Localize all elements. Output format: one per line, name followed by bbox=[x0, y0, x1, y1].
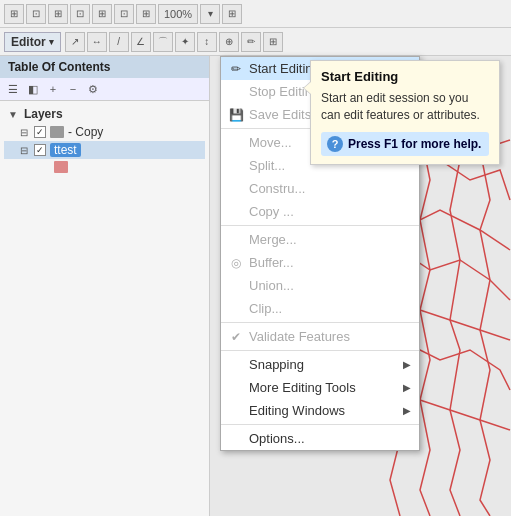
item1-expand-icon: ⊟ bbox=[20, 127, 28, 138]
toc-icon-list[interactable]: ☰ bbox=[4, 80, 22, 98]
snapping-arrow-icon: ▶ bbox=[403, 359, 411, 370]
editor-tool-5[interactable]: ⌒ bbox=[153, 32, 173, 52]
editor-toolbar-icons: ↗ ↔ / ∠ ⌒ ✦ ↕ ⊕ ✏ ⊞ bbox=[65, 32, 507, 52]
menu-item-editing-windows-label: Editing Windows bbox=[249, 403, 345, 418]
toolbar-icon-5[interactable]: ⊞ bbox=[92, 4, 112, 24]
buffer-icon: ◎ bbox=[227, 254, 245, 272]
toolbar-icon-8[interactable]: ▾ bbox=[200, 4, 220, 24]
tooltip-title: Start Editing bbox=[321, 69, 489, 84]
toolbar-icon-2[interactable]: ⊡ bbox=[26, 4, 46, 24]
editor-button-label: Editor bbox=[11, 35, 46, 49]
menu-item-more-editing-tools[interactable]: More Editing Tools ▶ bbox=[221, 376, 419, 399]
editor-chevron-icon: ▾ bbox=[49, 37, 54, 47]
menu-item-construct: Constru... bbox=[221, 177, 419, 200]
separator-4 bbox=[221, 350, 419, 351]
toolbar-icon-9[interactable]: ⊞ bbox=[222, 4, 242, 24]
toc-section: ▼ Layers ⊟ ✓ - Copy ⊟ ✓ ttest bbox=[0, 101, 209, 177]
toc-icon-props[interactable]: ⚙ bbox=[84, 80, 102, 98]
toc-item-1[interactable]: ⊟ ✓ - Copy bbox=[4, 123, 205, 141]
item1-symbol bbox=[50, 126, 64, 138]
menu-item-split-label: Split... bbox=[249, 158, 285, 173]
editor-tool-8[interactable]: ⊕ bbox=[219, 32, 239, 52]
menu-item-merge: Merge... bbox=[221, 228, 419, 251]
item2-expand-icon: ⊟ bbox=[20, 145, 28, 156]
editor-tool-4[interactable]: ∠ bbox=[131, 32, 151, 52]
menu-item-more-editing-tools-label: More Editing Tools bbox=[249, 380, 356, 395]
toc-item-2[interactable]: ⊟ ✓ ttest bbox=[4, 141, 205, 159]
toc-title: Table Of Contents bbox=[0, 56, 209, 78]
editor-tool-10[interactable]: ⊞ bbox=[263, 32, 283, 52]
menu-item-union: Union... bbox=[221, 274, 419, 297]
item1-checkbox[interactable]: ✓ bbox=[34, 126, 46, 138]
item1-label: - Copy bbox=[68, 125, 103, 139]
top-toolbar: ⊞ ⊡ ⊞ ⊡ ⊞ ⊡ ⊞ 100% ▾ ⊞ bbox=[0, 0, 511, 28]
toc-item-2-symbol bbox=[4, 159, 205, 175]
layers-label: Layers bbox=[24, 107, 63, 121]
separator-5 bbox=[221, 424, 419, 425]
toc-layers-group: ▼ Layers bbox=[4, 105, 205, 123]
menu-item-snapping[interactable]: Snapping ▶ bbox=[221, 353, 419, 376]
tooltip-box: Start Editing Start an edit session so y… bbox=[310, 60, 500, 165]
toc-icon-add[interactable]: + bbox=[44, 80, 62, 98]
toc-icon-remove[interactable]: − bbox=[64, 80, 82, 98]
start-editing-icon: ✏ bbox=[227, 60, 245, 78]
editor-toolbar: Editor ▾ ↗ ↔ / ∠ ⌒ ✦ ↕ ⊕ ✏ ⊞ bbox=[0, 28, 511, 56]
toc-icon-layers[interactable]: ◧ bbox=[24, 80, 42, 98]
save-edits-icon: 💾 bbox=[227, 106, 245, 124]
menu-item-merge-label: Merge... bbox=[249, 232, 297, 247]
menu-item-editing-windows[interactable]: Editing Windows ▶ bbox=[221, 399, 419, 422]
toolbar-icon-3[interactable]: ⊞ bbox=[48, 4, 68, 24]
menu-item-validate-label: Validate Features bbox=[249, 329, 350, 344]
toolbar-icon-6[interactable]: ⊡ bbox=[114, 4, 134, 24]
menu-item-validate: ✔ Validate Features bbox=[221, 325, 419, 348]
validate-icon: ✔ bbox=[227, 328, 245, 346]
tooltip-help-row: ? Press F1 for more help. bbox=[321, 132, 489, 156]
separator-3 bbox=[221, 322, 419, 323]
item2-checkbox[interactable]: ✓ bbox=[34, 144, 46, 156]
tooltip-help-text: Press F1 for more help. bbox=[348, 137, 481, 151]
editor-tool-1[interactable]: ↗ bbox=[65, 32, 85, 52]
toolbar-icon-4[interactable]: ⊡ bbox=[70, 4, 90, 24]
editor-dropdown-button[interactable]: Editor ▾ bbox=[4, 32, 61, 52]
menu-item-clip-label: Clip... bbox=[249, 301, 282, 316]
menu-item-copy-parallel-label: Copy ... bbox=[249, 204, 294, 219]
menu-item-construct-label: Constru... bbox=[249, 181, 305, 196]
top-toolbar-icons: ⊞ ⊡ ⊞ ⊡ ⊞ ⊡ ⊞ 100% ▾ ⊞ bbox=[4, 4, 507, 24]
toc-panel: Table Of Contents ☰ ◧ + − ⚙ ▼ Layers ⊟ ✓… bbox=[0, 56, 210, 516]
menu-item-buffer-label: Buffer... bbox=[249, 255, 294, 270]
toolbar-zoom-percent[interactable]: 100% bbox=[158, 4, 198, 24]
menu-item-options-label: Options... bbox=[249, 431, 305, 446]
menu-item-union-label: Union... bbox=[249, 278, 294, 293]
toc-toolbar: ☰ ◧ + − ⚙ bbox=[0, 78, 209, 101]
toolbar-icon-1[interactable]: ⊞ bbox=[4, 4, 24, 24]
menu-item-save-edits-label: Save Edits bbox=[249, 107, 311, 122]
editing-windows-arrow-icon: ▶ bbox=[403, 405, 411, 416]
item2-symbol bbox=[54, 161, 68, 173]
editor-tool-7[interactable]: ↕ bbox=[197, 32, 217, 52]
menu-item-options[interactable]: Options... bbox=[221, 427, 419, 450]
editor-tool-2[interactable]: ↔ bbox=[87, 32, 107, 52]
editor-tool-9[interactable]: ✏ bbox=[241, 32, 261, 52]
more-editing-tools-arrow-icon: ▶ bbox=[403, 382, 411, 393]
menu-item-move-label: Move... bbox=[249, 135, 292, 150]
menu-item-snapping-label: Snapping bbox=[249, 357, 304, 372]
editor-tool-3[interactable]: / bbox=[109, 32, 129, 52]
menu-item-clip: Clip... bbox=[221, 297, 419, 320]
help-icon: ? bbox=[327, 136, 343, 152]
separator-2 bbox=[221, 225, 419, 226]
menu-item-copy-parallel: Copy ... bbox=[221, 200, 419, 223]
item2-label: ttest bbox=[50, 143, 81, 157]
menu-item-buffer: ◎ Buffer... bbox=[221, 251, 419, 274]
toolbar-icon-7[interactable]: ⊞ bbox=[136, 4, 156, 24]
tooltip-body: Start an edit session so you can edit fe… bbox=[321, 90, 489, 124]
editor-tool-6[interactable]: ✦ bbox=[175, 32, 195, 52]
layers-expand-icon[interactable]: ▼ bbox=[8, 109, 18, 120]
